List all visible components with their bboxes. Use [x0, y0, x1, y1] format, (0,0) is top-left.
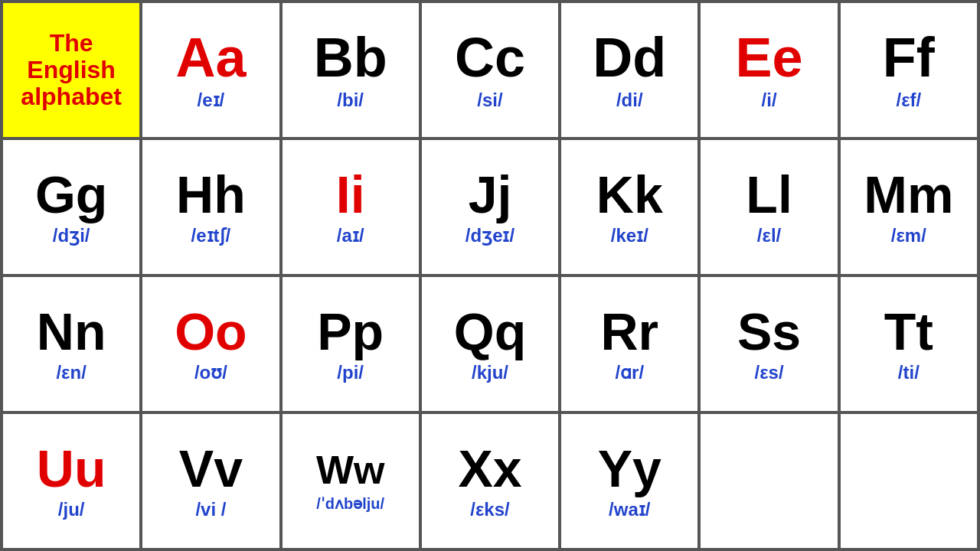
phonetic-Mm: /εm/: [891, 225, 926, 246]
letter-Bb: Bb: [314, 30, 387, 85]
letter-Jj: Jj: [469, 168, 512, 220]
letter-Ff: Ff: [883, 30, 935, 85]
letter-Ss: Ss: [737, 305, 801, 357]
cell-Cc: Cc /si/: [420, 2, 560, 139]
cell-Rr: Rr /ɑr/: [560, 276, 699, 412]
title-text: TheEnglishalphabet: [21, 30, 122, 111]
phonetic-Hh: /eɪtʃ/: [191, 225, 231, 246]
cell-Dd: Dd /di/: [560, 2, 699, 139]
cell-Xx: Xx /εks/: [420, 412, 560, 549]
phonetic-Bb: /bi/: [337, 90, 364, 111]
letter-Ii: Ii: [336, 168, 365, 220]
letter-Mm: Mm: [864, 168, 953, 220]
phonetic-Jj: /dʒeɪ/: [466, 225, 514, 246]
cell-Pp: Pp /pi/: [281, 276, 420, 412]
phonetic-Ee: /i/: [762, 90, 777, 111]
phonetic-Xx: /εks/: [470, 499, 509, 520]
phonetic-Vv: /vi /: [195, 499, 226, 520]
letter-Xx: Xx: [458, 442, 521, 494]
letter-Ww: Ww: [316, 450, 385, 490]
alphabet-grid: TheEnglishalphabet Aa /eɪ/ Bb /bi/ Cc /s…: [0, 0, 980, 551]
phonetic-Ss: /εs/: [755, 362, 784, 383]
phonetic-Ww: /ˈdʌbəlju/: [316, 494, 384, 513]
letter-Ll: Ll: [746, 168, 792, 220]
cell-Gg: Gg /dʒi/: [2, 139, 141, 276]
phonetic-Gg: /dʒi/: [53, 225, 90, 246]
letter-Rr: Rr: [600, 305, 658, 357]
cell-Ee: Ee /i/: [699, 2, 838, 139]
cell-Aa: Aa /eɪ/: [141, 2, 280, 139]
cell-Ss: Ss /εs/: [699, 276, 838, 412]
cell-Hh: Hh /eɪtʃ/: [141, 139, 280, 276]
letter-Pp: Pp: [317, 305, 384, 357]
cell-Tt: Tt /ti/: [839, 276, 978, 412]
cell-Yy: Yy /waɪ/: [560, 412, 699, 549]
cell-Oo: Oo /oʊ/: [141, 276, 280, 412]
phonetic-Rr: /ɑr/: [615, 362, 644, 383]
letter-Aa: Aa: [175, 30, 246, 85]
letter-Dd: Dd: [593, 30, 666, 85]
cell-Mm: Mm /εm/: [839, 139, 978, 276]
title-cell: TheEnglishalphabet: [2, 2, 141, 139]
empty-cell-1: [699, 412, 838, 549]
phonetic-Oo: /oʊ/: [194, 362, 227, 383]
cell-Vv: Vv /vi /: [141, 412, 280, 549]
cell-Ll: Ll /εl/: [699, 139, 838, 276]
letter-Ee: Ee: [736, 30, 803, 85]
phonetic-Pp: /pi/: [337, 362, 364, 383]
letter-Kk: Kk: [596, 168, 663, 220]
cell-Ii: Ii /aɪ/: [281, 139, 420, 276]
phonetic-Nn: /εn/: [56, 362, 86, 383]
cell-Bb: Bb /bi/: [281, 2, 420, 139]
letter-Tt: Tt: [884, 305, 933, 357]
cell-Ff: Ff /εf/: [839, 2, 978, 139]
letter-Cc: Cc: [455, 30, 525, 85]
phonetic-Ll: /εl/: [757, 225, 781, 246]
phonetic-Kk: /keɪ/: [611, 225, 648, 246]
phonetic-Ff: /εf/: [896, 90, 921, 111]
phonetic-Ii: /aɪ/: [337, 225, 364, 246]
letter-Oo: Oo: [175, 305, 247, 357]
cell-Uu: Uu /ju/: [2, 412, 141, 549]
letter-Yy: Yy: [598, 442, 662, 494]
letter-Qq: Qq: [454, 305, 526, 357]
letter-Gg: Gg: [35, 168, 107, 220]
letter-Uu: Uu: [37, 442, 106, 494]
phonetic-Qq: /kju/: [472, 362, 508, 383]
empty-cell-2: [839, 412, 978, 549]
letter-Vv: Vv: [179, 442, 243, 494]
letter-Hh: Hh: [176, 168, 246, 220]
phonetic-Aa: /eɪ/: [198, 90, 225, 111]
phonetic-Yy: /waɪ/: [609, 499, 650, 520]
cell-Ww: Ww /ˈdʌbəlju/: [281, 412, 420, 549]
cell-Nn: Nn /εn/: [2, 276, 141, 412]
cell-Jj: Jj /dʒeɪ/: [420, 139, 560, 276]
phonetic-Tt: /ti/: [898, 362, 920, 383]
letter-Nn: Nn: [37, 305, 106, 357]
cell-Kk: Kk /keɪ/: [560, 139, 699, 276]
cell-Qq: Qq /kju/: [420, 276, 560, 412]
phonetic-Uu: /ju/: [58, 499, 85, 520]
phonetic-Cc: /si/: [477, 90, 502, 111]
phonetic-Dd: /di/: [616, 90, 643, 111]
